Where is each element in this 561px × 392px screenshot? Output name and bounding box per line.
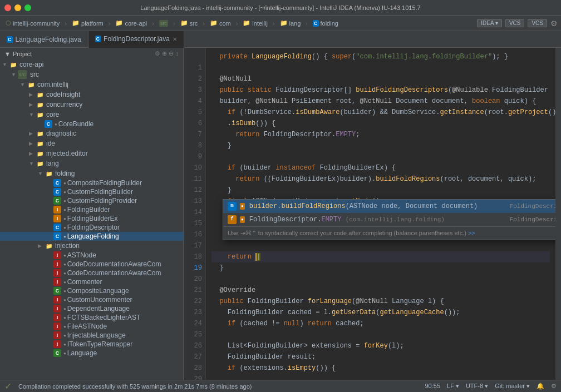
notification-icon[interactable]: 🔔 bbox=[537, 383, 544, 390]
breadcrumb-folding[interactable]: 📁 lang bbox=[278, 18, 303, 28]
breadcrumb-intellij[interactable]: 📁 com bbox=[208, 18, 233, 28]
vcs-button-2[interactable]: VCS bbox=[528, 19, 547, 27]
breadcrumb-src[interactable]: src bbox=[157, 19, 170, 28]
settings-icon[interactable]: ⚙ bbox=[551, 383, 557, 390]
code-line: return FoldingDescriptor.EMPTY; bbox=[211, 129, 550, 140]
overlay-icon: ● bbox=[63, 190, 66, 195]
breadcrumb-sep: › bbox=[173, 20, 175, 27]
tree-item-fcts-backed[interactable]: ▶ I ● FCTSBackedLighterAST bbox=[0, 313, 183, 322]
tree-arrow: ▶ bbox=[29, 151, 36, 156]
breadcrumb-language-folding[interactable]: C folding bbox=[311, 19, 341, 28]
tree-arrow: ▶ bbox=[29, 102, 36, 107]
tree-label: CustomUncommenter bbox=[67, 296, 132, 304]
tree-item-file-ast-node[interactable]: ▶ I ● FileASTNode bbox=[0, 322, 183, 331]
breadcrumb-platform[interactable]: 📁 platform bbox=[70, 18, 106, 28]
tree-item-core-bundle[interactable]: ▶ C ● CoreBundle bbox=[0, 120, 183, 128]
code-line bbox=[211, 374, 550, 380]
tree-item-core[interactable]: ▼ 📁 core bbox=[0, 110, 183, 120]
tree-item-folding-builder-ex[interactable]: ▶ I ● FoldingBuilderEx bbox=[0, 214, 183, 223]
tree-item-injected-editor[interactable]: ▶ 📁 injected.editor bbox=[0, 148, 183, 158]
code-line: } bbox=[211, 140, 550, 151]
tab-close-icon[interactable]: ✕ bbox=[173, 36, 177, 42]
tree-label: codeInsight bbox=[46, 91, 80, 98]
code-line bbox=[211, 240, 550, 251]
tree-label: Language bbox=[67, 349, 97, 357]
tree-item-language[interactable]: ▶ C ● Language bbox=[0, 349, 183, 358]
tree-item-diagnostic[interactable]: ▶ 📁 diagnostic bbox=[0, 128, 183, 138]
breadcrumb-intellij-community[interactable]: ⬡ intellij-community bbox=[3, 18, 62, 28]
tree-label: FileASTNode bbox=[67, 322, 107, 330]
autocomplete-item-0[interactable]: m ● builder.buildFoldRegions(ASTNode nod… bbox=[223, 200, 555, 213]
breadcrumb-sep: › bbox=[203, 20, 205, 27]
code-editor[interactable]: private LanguageFolding() { super("com.i… bbox=[206, 48, 555, 380]
class-icon: I bbox=[53, 269, 61, 277]
overlay-icon: ● bbox=[63, 216, 66, 221]
overlay-icon: ● bbox=[63, 333, 66, 338]
tab-language-folding[interactable]: C LanguageFolding.java bbox=[0, 31, 88, 47]
tree-item-core-api[interactable]: ▼ 📁 core-api bbox=[0, 59, 183, 70]
autocomplete-item-1[interactable]: f ● FoldingDescriptor.EMPTY (com.intelli… bbox=[223, 213, 555, 226]
overlay-icon: ● bbox=[63, 289, 66, 294]
tab-label: LanguageFolding.java bbox=[16, 36, 81, 43]
folder-icon: 📁 bbox=[36, 129, 45, 138]
status-icon: ✓ bbox=[4, 381, 12, 391]
tree-item-com-intellij[interactable]: ▼ 📁 com.intellij bbox=[0, 80, 183, 90]
class-icon: C bbox=[53, 197, 61, 205]
class-icon: C bbox=[53, 224, 61, 231]
status-right: 90:55 LF ▾ UTF-8 ▾ Git: master ▾ 🔔 ⚙ bbox=[425, 383, 557, 390]
code-line: builder, @NotNull PsiElement root, @NotN… bbox=[211, 96, 550, 107]
tree-item-concurrency[interactable]: ▶ 📁 concurrency bbox=[0, 100, 183, 110]
tree-item-code-doc-1[interactable]: ▶ I ● CodeDocumentationAwareCom bbox=[0, 260, 183, 269]
tree-item-injection[interactable]: ▶ 📁 injection bbox=[0, 241, 183, 251]
encoding[interactable]: UTF-8 ▾ bbox=[466, 383, 488, 390]
minimize-button[interactable] bbox=[14, 4, 21, 11]
tree-item-code-doc-2[interactable]: ▶ I ● CodeDocumentationAwareCom bbox=[0, 269, 183, 277]
class-icon: I bbox=[53, 331, 61, 339]
autocomplete-popup[interactable]: m ● builder.buildFoldRegions(ASTNode nod… bbox=[223, 199, 555, 240]
tree-item-composite-folding-builder[interactable]: ▶ C ● CompositeFoldingBuilder bbox=[0, 178, 183, 187]
tree-arrow: ▼ bbox=[29, 161, 36, 166]
tree-item-custom-folding-provider[interactable]: ▶ C ● CustomFoldingProvider bbox=[0, 196, 183, 205]
close-button[interactable] bbox=[4, 4, 11, 11]
idea-button[interactable]: IDEA ▾ bbox=[477, 19, 502, 27]
overlay-icon: ● bbox=[63, 181, 66, 186]
tree-item-custom-folding-builder[interactable]: ▶ C ● CustomFoldingBuilder bbox=[0, 187, 183, 196]
tree-item-folding-builder[interactable]: ▶ I ● FoldingBuilder bbox=[0, 205, 183, 214]
tree-item-composite-language[interactable]: ▶ C ● CompositeLanguage bbox=[0, 286, 183, 295]
breadcrumb-com[interactable]: 📁 src bbox=[178, 18, 200, 28]
tree-item-language-folding[interactable]: ▶ C ● LanguageFolding bbox=[0, 232, 183, 241]
settings-icon[interactable]: ⚙ bbox=[550, 19, 558, 28]
tree-item-ast-node[interactable]: ▶ I ● ASTNode bbox=[0, 251, 183, 260]
overlay-icon: ● bbox=[55, 122, 57, 127]
maximize-button[interactable] bbox=[24, 4, 31, 11]
cursor-position[interactable]: 90:55 bbox=[425, 383, 440, 390]
code-line: List<FoldingBuilder> extensions = forKey… bbox=[211, 340, 550, 351]
folder-icon: 📁 bbox=[36, 90, 45, 99]
tree-arrow: ▶ bbox=[29, 131, 36, 136]
vcs-button-1[interactable]: VCS bbox=[505, 19, 525, 27]
tree-label: ITokenTypeRemapper bbox=[67, 340, 132, 348]
tree-item-lang[interactable]: ▼ 📁 lang bbox=[0, 158, 183, 168]
breadcrumb-label: folding bbox=[321, 20, 338, 27]
line-ending[interactable]: LF ▾ bbox=[447, 383, 459, 390]
tree-item-folding[interactable]: ▼ 📁 folding bbox=[0, 168, 183, 178]
tree-item-ide[interactable]: ▶ 📁 ide bbox=[0, 138, 183, 148]
tab-folding-descriptor[interactable]: C FoldingDescriptor.java ✕ bbox=[88, 31, 184, 48]
tree-item-itoken-type-remapper[interactable]: ▶ I ● ITokenTypeRemapper bbox=[0, 340, 183, 349]
vcs-status[interactable]: Git: master ▾ bbox=[495, 383, 530, 390]
breadcrumb-lang[interactable]: 📁 intellij bbox=[240, 18, 270, 28]
tree-item-folding-descriptor[interactable]: ▶ C ● FoldingDescriptor bbox=[0, 223, 183, 232]
editor-scrollbar[interactable] bbox=[555, 48, 561, 380]
overlay-icon: ● bbox=[63, 315, 66, 320]
tree-item-code-insight[interactable]: ▶ 📁 codeInsight bbox=[0, 90, 183, 100]
breadcrumb-sep: › bbox=[152, 20, 154, 27]
sidebar-actions[interactable]: ⚙ ⊕ ⊖ ↕ bbox=[155, 50, 179, 57]
code-line-return: return | bbox=[211, 251, 550, 262]
tree-item-dependent-language[interactable]: ▶ I ● DependentLanguage bbox=[0, 304, 183, 313]
method-icon: m bbox=[228, 202, 237, 211]
tree-item-custom-uncommenter[interactable]: ▶ I ● CustomUncommenter bbox=[0, 295, 183, 304]
tree-item-injectable-language[interactable]: ▶ I ● InjectableLanguage bbox=[0, 331, 183, 340]
tree-item-commenter[interactable]: ▶ I ● Commenter bbox=[0, 277, 183, 286]
breadcrumb-core-api[interactable]: 📁 core-api bbox=[113, 18, 149, 28]
tree-item-src[interactable]: ▼ src src bbox=[0, 70, 183, 80]
